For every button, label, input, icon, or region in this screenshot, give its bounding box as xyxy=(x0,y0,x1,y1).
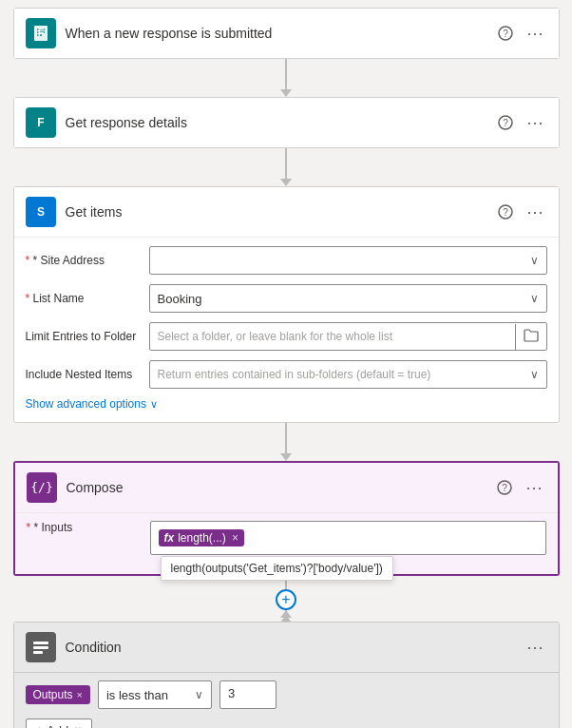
condition-value-input[interactable]: 3 xyxy=(219,680,276,709)
arrow-2 xyxy=(280,148,292,186)
fx-icon: fx xyxy=(164,531,175,545)
compose-actions: ? ··· xyxy=(493,476,546,499)
include-nested-placeholder: Return entries contained in sub-folders … xyxy=(158,368,431,381)
trigger-card: F When a new response is submitted ? ··· xyxy=(13,8,560,59)
include-nested-label: Include Nested Items xyxy=(26,368,149,381)
outputs-badge-close-icon[interactable]: × xyxy=(77,689,83,700)
inputs-label: * * Inputs xyxy=(27,521,150,534)
compose-title: Compose xyxy=(67,480,484,495)
trigger-actions: ? ··· xyxy=(494,22,547,45)
svg-text:{/}: {/} xyxy=(31,480,52,494)
svg-text:?: ? xyxy=(503,207,508,218)
show-advanced-button[interactable]: Show advanced options ∨ xyxy=(26,397,158,411)
svg-text:F: F xyxy=(37,116,44,129)
get-response-icon: F xyxy=(26,107,56,138)
function-badge-close-icon[interactable]: × xyxy=(232,531,238,545)
include-nested-chevron-icon: ∨ xyxy=(530,368,539,381)
arrow-head-2 xyxy=(280,179,292,186)
include-nested-row: Include Nested Items Return entries cont… xyxy=(26,359,547,390)
get-items-more-icon: ··· xyxy=(526,202,543,222)
arrow-line-1 xyxy=(285,59,287,89)
compose-more-button[interactable]: ··· xyxy=(524,476,546,499)
compose-header: {/} Compose ? ··· xyxy=(15,463,558,512)
inputs-row: * * Inputs fx length(...) × length(outpu… xyxy=(27,521,546,555)
site-address-row: * * Site Address ∨ xyxy=(26,245,547,276)
trigger-help-button[interactable]: ? xyxy=(494,22,517,45)
list-name-chevron-icon: ∨ xyxy=(530,292,539,305)
include-nested-dropdown[interactable]: Return entries contained in sub-folders … xyxy=(149,360,547,389)
plus-icon: + xyxy=(281,592,290,607)
svg-text:?: ? xyxy=(503,29,508,39)
show-advanced-chevron-icon: ∨ xyxy=(150,398,158,411)
condition-value: 3 xyxy=(228,686,235,700)
limit-folder-placeholder: Select a folder, or leave blank for the … xyxy=(150,325,515,348)
trigger-card-header: F When a new response is submitted ? ··· xyxy=(14,9,559,58)
condition-operator-dropdown[interactable]: is less than ∨ xyxy=(98,680,212,709)
plus-connector: + xyxy=(276,576,296,622)
get-items-help-button[interactable]: ? xyxy=(494,201,517,223)
trigger-more-icon: ··· xyxy=(526,24,543,44)
condition-title: Condition xyxy=(66,640,515,655)
trigger-more-button[interactable]: ··· xyxy=(524,22,547,45)
condition-more-button[interactable]: ··· xyxy=(524,636,547,659)
limit-folder-row: Limit Entries to Folder Select a folder,… xyxy=(26,321,547,352)
get-response-more-button[interactable]: ··· xyxy=(524,111,547,134)
add-step-button[interactable]: + xyxy=(276,589,296,610)
compose-body: * * Inputs fx length(...) × length(outpu… xyxy=(15,512,558,574)
condition-operator-value: is less than xyxy=(106,688,168,702)
svg-text:?: ? xyxy=(503,118,508,128)
get-items-more-button[interactable]: ··· xyxy=(524,201,547,223)
add-chevron-icon: ∨ xyxy=(74,724,82,728)
trigger-title: When a new response is submitted xyxy=(66,26,485,41)
get-response-actions: ? ··· xyxy=(494,111,547,134)
get-response-header: F Get response details ? ··· xyxy=(14,98,559,147)
svg-text:S: S xyxy=(36,205,44,219)
get-items-card: S Get items ? ··· * * Site Address xyxy=(13,186,560,423)
list-name-dropdown[interactable]: Booking ∨ xyxy=(149,284,547,313)
condition-body: Outputs × is less than ∨ 3 + Add ∨ xyxy=(14,672,559,728)
condition-icon xyxy=(26,632,56,662)
arrow-line-2 xyxy=(285,148,287,179)
condition-header: Condition ··· xyxy=(14,623,559,672)
function-tooltip: length(outputs('Get_items')?['body/value… xyxy=(161,556,393,581)
arrow-head-3 xyxy=(280,453,292,461)
site-address-chevron-icon: ∨ xyxy=(530,254,539,267)
get-response-card: F Get response details ? ··· xyxy=(13,97,560,148)
list-name-value: Booking xyxy=(158,292,202,306)
arrow-line-3 xyxy=(285,423,287,453)
get-items-actions: ? ··· xyxy=(494,201,547,223)
get-items-title: Get items xyxy=(66,204,485,220)
site-address-label-text: * Site Address xyxy=(33,254,105,267)
inputs-label-text: * Inputs xyxy=(34,521,73,534)
function-badge: fx length(...) × xyxy=(159,529,244,546)
list-name-control[interactable]: Booking ∨ xyxy=(149,284,547,313)
get-items-header: S Get items ? ··· xyxy=(14,187,559,237)
compose-card: {/} Compose ? ··· * * Inputs xyxy=(13,461,560,576)
condition-card: Condition ··· Outputs × is less than ∨ 3 xyxy=(13,622,560,728)
folder-browse-icon[interactable] xyxy=(515,324,546,350)
compose-more-icon: ··· xyxy=(525,478,543,498)
function-badge-label: length(...) xyxy=(178,531,226,545)
outputs-badge: Outputs × xyxy=(26,685,90,704)
site-address-control[interactable]: ∨ xyxy=(149,246,547,275)
limit-folder-input[interactable]: Select a folder, or leave blank for the … xyxy=(149,322,547,351)
inputs-control[interactable]: fx length(...) × length(outputs('Get_ite… xyxy=(150,521,546,555)
list-name-row: * List Name Booking ∨ xyxy=(26,283,547,314)
include-nested-control[interactable]: Return entries contained in sub-folders … xyxy=(149,360,547,389)
list-name-label-text: List Name xyxy=(29,292,84,305)
svg-rect-18 xyxy=(33,642,48,644)
double-arrow-icon xyxy=(276,610,296,622)
condition-add-button[interactable]: + Add ∨ xyxy=(26,718,93,728)
list-name-label: * List Name xyxy=(26,292,149,305)
get-response-title: Get response details xyxy=(66,115,485,130)
arrow-1 xyxy=(280,59,292,97)
get-response-help-button[interactable]: ? xyxy=(494,111,517,134)
tooltip-text: length(outputs('Get_items')?['body/value… xyxy=(171,562,383,575)
svg-rect-19 xyxy=(33,646,48,649)
compose-help-button[interactable]: ? xyxy=(493,476,516,499)
condition-more-icon: ··· xyxy=(526,638,543,658)
svg-text:?: ? xyxy=(502,483,507,493)
condition-row: Outputs × is less than ∨ 3 xyxy=(26,680,547,709)
site-address-dropdown[interactable]: ∨ xyxy=(149,246,547,275)
get-items-body: * * Site Address ∨ * List Name Book xyxy=(14,237,559,422)
